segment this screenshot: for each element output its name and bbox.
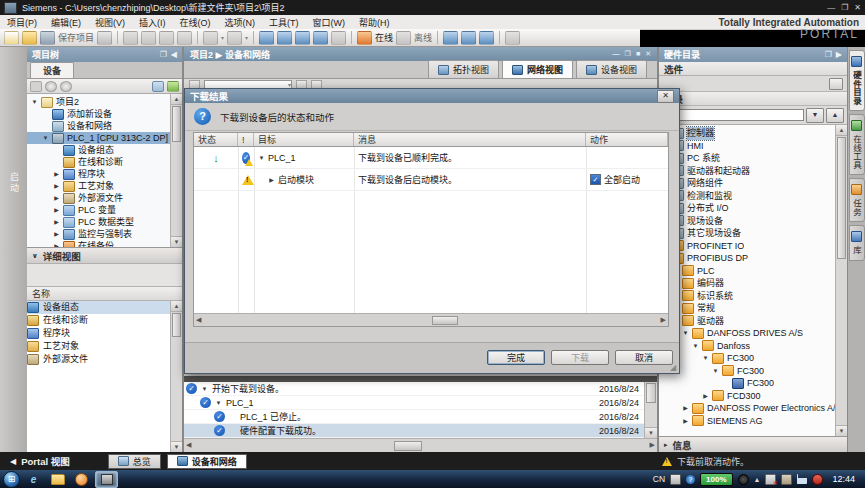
editor-close-icon[interactable]: ✕ xyxy=(645,50,651,58)
internet-explorer-icon[interactable]: e xyxy=(23,472,44,487)
go-offline-icon[interactable] xyxy=(396,31,411,45)
project-tree-item[interactable]: 设备组态 xyxy=(27,144,170,156)
col-status[interactable]: 状态 xyxy=(194,133,238,146)
editor-float-icon[interactable]: ❐ xyxy=(625,50,631,58)
inspector-scrollbar[interactable]: ▼ xyxy=(644,382,657,438)
scroll-thumb[interactable] xyxy=(432,316,458,325)
menu-item[interactable]: 选项(N) xyxy=(218,16,263,29)
detail-view-row[interactable]: 在线和诊断 xyxy=(27,314,170,327)
scroll-down-icon[interactable]: ▼ xyxy=(171,441,182,452)
project-tree-item[interactable]: 设备和网络 xyxy=(27,120,170,132)
expander-icon[interactable]: ▶ xyxy=(682,415,689,428)
cut-icon[interactable] xyxy=(123,31,138,45)
task-card-tab[interactable]: 硬件目录 xyxy=(849,50,865,111)
expander-icon[interactable]: ▼ xyxy=(682,327,689,340)
inspector-row[interactable]: ▼ PLC_1 2016/8/24 xyxy=(184,396,645,410)
project-tree-scrollbar[interactable]: ▲ ▼ xyxy=(170,94,182,247)
menu-item[interactable]: 帮助(H) xyxy=(352,16,397,29)
volume-muted-icon[interactable] xyxy=(812,474,823,485)
catalog-tree-item[interactable]: HMI xyxy=(659,140,835,153)
table-row[interactable]: ▶ 启动模块 下载到设备后启动模块。 全部启动 xyxy=(194,169,668,191)
expander-icon[interactable]: ▶ xyxy=(702,390,709,403)
task-card-tab[interactable]: 在线工具 xyxy=(849,114,865,175)
catalog-tree-item[interactable]: FC300 xyxy=(659,377,835,390)
editor-minimize-icon[interactable]: — xyxy=(613,50,620,58)
collapse-panel-icon[interactable]: ◀ xyxy=(171,50,177,59)
project-tree-item[interactable]: ▶ PLC 变量 xyxy=(27,204,170,216)
undo-dropdown-icon[interactable]: ▾ xyxy=(221,34,224,41)
menu-item[interactable]: 视图(V) xyxy=(88,16,132,29)
new-folder-icon[interactable] xyxy=(30,81,42,92)
minimize-icon[interactable]: — xyxy=(827,3,835,12)
network-signal-icon[interactable] xyxy=(797,474,807,484)
scroll-down-icon[interactable]: ▼ xyxy=(171,236,182,247)
finish-button[interactable]: 完成 xyxy=(487,350,545,365)
expander-icon[interactable]: ▶ xyxy=(53,192,60,204)
project-tree-item[interactable]: ▶ 在线备份 xyxy=(27,240,170,247)
expander-icon[interactable]: ▼ xyxy=(258,155,265,161)
catalog-search-input[interactable] xyxy=(662,109,804,121)
inspector-row[interactable]: ▼ 开始下载到设备。 2016/8/24 xyxy=(184,382,645,396)
overview-tab[interactable]: 总览 xyxy=(108,454,161,469)
catalog-tree-item[interactable]: 驱动器和起动器 xyxy=(659,165,835,178)
catalog-tree-item[interactable]: ▶ DANFOSS Power Electronics A/S xyxy=(659,402,835,415)
download-to-device-icon[interactable] xyxy=(277,31,292,45)
scroll-up-icon[interactable]: ▲ xyxy=(171,301,182,312)
view-tab[interactable]: 设备视图 xyxy=(576,60,647,78)
portal-edge-strip[interactable]: 启动 xyxy=(0,47,28,452)
restore-icon[interactable]: ❐ xyxy=(841,3,848,12)
expander-icon[interactable]: ▼ xyxy=(215,400,222,406)
power-icon[interactable] xyxy=(738,474,749,485)
close-windows-icon[interactable] xyxy=(505,31,520,45)
tia-portal-taskbar-icon[interactable] xyxy=(95,471,118,488)
scroll-right-icon[interactable]: ▶ xyxy=(661,316,666,324)
search-up-icon[interactable]: ▲ xyxy=(826,108,844,123)
catalog-tree-item[interactable]: ▼ 驱动器 xyxy=(659,315,835,328)
info-section-header[interactable]: ▸ 信息 xyxy=(659,436,847,452)
expander-icon[interactable]: ▼ xyxy=(712,365,719,378)
expand-tree-icon[interactable] xyxy=(167,81,179,92)
project-tree-item[interactable]: ▼ 项目2 xyxy=(27,96,170,108)
menu-item[interactable]: 窗口(W) xyxy=(306,16,353,29)
scroll-thumb[interactable] xyxy=(646,383,656,403)
catalog-tree-item[interactable]: PROFINET IO xyxy=(659,240,835,253)
start-all-checkbox[interactable] xyxy=(590,174,601,185)
project-tree-item[interactable]: 添加新设备 xyxy=(27,108,170,120)
media-player-icon[interactable] xyxy=(71,472,92,487)
redo-icon[interactable] xyxy=(227,31,242,45)
catalog-tree-item[interactable]: 网络组件 xyxy=(659,177,835,190)
collapse-panel-icon[interactable]: ▶ xyxy=(836,50,842,59)
project-tree-item[interactable]: ▶ 工艺对象 xyxy=(27,180,170,192)
split-editor-horizontal-icon[interactable] xyxy=(461,31,476,45)
open-project-icon[interactable] xyxy=(22,31,37,45)
editor-window-tab[interactable]: 设备和网络 xyxy=(167,454,247,469)
expander-icon[interactable]: ▶ xyxy=(53,240,60,247)
project-tree-item[interactable]: 在线和诊断 xyxy=(27,156,170,168)
catalog-tree-item[interactable]: PROFIBUS DP xyxy=(659,252,835,265)
upload-from-device-icon[interactable] xyxy=(295,31,310,45)
inspector-row[interactable]: 硬件配置下载成功。 2016/8/24 xyxy=(184,424,645,438)
show-all-objects-icon[interactable] xyxy=(152,81,164,92)
search-down-icon[interactable]: ▼ xyxy=(806,108,824,123)
col-action[interactable]: 动作 xyxy=(586,133,668,146)
expander-icon[interactable]: ▼ xyxy=(702,352,709,365)
scroll-thumb[interactable] xyxy=(172,106,181,142)
menu-item[interactable]: 在线(O) xyxy=(173,16,218,29)
project-tree-item[interactable]: ▶ 监控与强制表 xyxy=(27,228,170,240)
catalog-tree-item[interactable]: ▶ 常规 xyxy=(659,302,835,315)
detail-name-column-header[interactable]: 名称 xyxy=(27,286,182,301)
catalog-tree-item[interactable]: 分布式 I/O xyxy=(659,202,835,215)
catalog-tree-item[interactable]: ▶ 标识系统 xyxy=(659,290,835,303)
scroll-up-icon[interactable]: ▲ xyxy=(171,94,182,105)
catalog-tree-item[interactable]: ▼ DANFOSS DRIVES A/S xyxy=(659,327,835,340)
project-tree-item[interactable]: ▶ 外部源文件 xyxy=(27,192,170,204)
start-cpu-icon[interactable] xyxy=(313,31,328,45)
action-center-icon[interactable] xyxy=(765,474,776,485)
battery-indicator[interactable]: 100% xyxy=(700,473,732,486)
detail-view-row[interactable]: 外部源文件 xyxy=(27,353,170,366)
paste-icon[interactable] xyxy=(159,31,174,45)
catalog-tree-item[interactable]: PC 系统 xyxy=(659,152,835,165)
expander-icon[interactable]: ▶ xyxy=(53,216,60,228)
expander-icon[interactable]: ▼ xyxy=(42,132,49,144)
stop-cpu-icon[interactable] xyxy=(331,31,346,45)
